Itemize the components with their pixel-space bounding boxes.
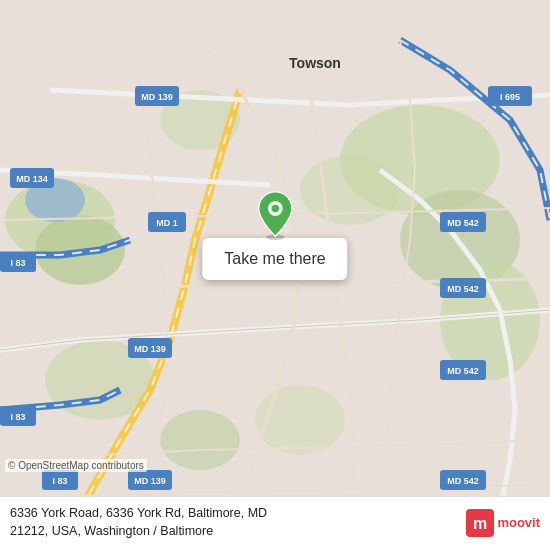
map-attribution: © OpenStreetMap contributors: [5, 459, 147, 472]
svg-text:I 83: I 83: [10, 258, 25, 268]
svg-text:MD 134: MD 134: [16, 174, 48, 184]
svg-text:MD 139: MD 139: [134, 344, 166, 354]
svg-text:MD 139: MD 139: [134, 476, 166, 486]
location-pin-icon: [253, 190, 297, 240]
svg-text:I 83: I 83: [52, 476, 67, 486]
svg-text:MD 1: MD 1: [156, 218, 178, 228]
svg-text:I 695: I 695: [500, 92, 520, 102]
svg-text:MD 139: MD 139: [141, 92, 173, 102]
svg-point-9: [160, 410, 240, 470]
take-me-there-container: Take me there: [202, 190, 347, 280]
take-me-there-button[interactable]: Take me there: [202, 238, 347, 280]
svg-text:I 83: I 83: [10, 412, 25, 422]
svg-text:MD 542: MD 542: [447, 366, 479, 376]
svg-point-41: [271, 205, 278, 212]
map-container: MD 139 I 695 MD 134 MD 1 MD 542 I 83 MD …: [0, 0, 550, 550]
info-bar: 6336 York Road, 6336 York Rd, Baltimore,…: [0, 496, 550, 550]
moovit-icon: m: [466, 509, 494, 537]
svg-point-10: [255, 385, 345, 455]
svg-text:m: m: [473, 515, 487, 532]
svg-text:Towson: Towson: [289, 55, 341, 71]
moovit-label: moovit: [497, 515, 540, 530]
svg-text:MD 542: MD 542: [447, 476, 479, 486]
address-text: 6336 York Road, 6336 York Rd, Baltimore,…: [10, 505, 456, 540]
moovit-logo: m moovit: [466, 509, 540, 537]
svg-text:MD 542: MD 542: [447, 218, 479, 228]
svg-text:MD 542: MD 542: [447, 284, 479, 294]
